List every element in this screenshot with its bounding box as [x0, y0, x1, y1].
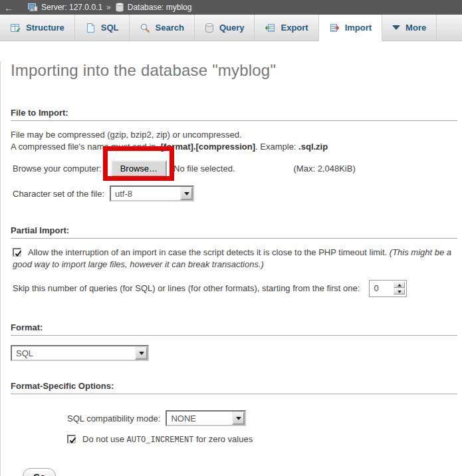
allow-interrupt-checkbox[interactable] [13, 248, 21, 257]
charset-selected-value: utf-8 [111, 187, 136, 200]
file-upload-row: Browse your computer: Browse… No file se… [13, 159, 462, 178]
go-button[interactable]: Go [23, 468, 56, 476]
skip-queries-row: Skip this number of queries (for SQL) or… [13, 279, 462, 297]
spinner-down-button[interactable] [394, 289, 405, 295]
section-heading-file-to-import: File to Import: [11, 108, 457, 121]
sql-page-icon [85, 23, 96, 33]
breadcrumb-bar: ← Server: 127.0.0.1 » Database: myblog [0, 0, 462, 15]
chevron-down-icon [392, 25, 400, 30]
tab-label: Import [345, 23, 372, 33]
breadcrumb-database-label: Database: myblog [128, 3, 192, 12]
back-arrow-icon[interactable]: ← [4, 3, 14, 13]
auto-increment-label-suffix: for zero values [193, 434, 253, 444]
max-upload-size: (Max: 2,048KiB) [294, 164, 356, 174]
allow-interrupt-row: Allow the interruption of an import in c… [13, 247, 452, 271]
section-heading-partial-import: Partial Import: [11, 225, 457, 239]
sql-compat-selected-value: NONE [167, 412, 200, 425]
tab-query[interactable]: Query [195, 15, 255, 41]
charset-label: Character set of the file: [13, 189, 104, 199]
section-heading-format: Format: [11, 322, 457, 336]
tab-more[interactable]: More [382, 15, 437, 41]
tab-export[interactable]: Export [255, 15, 318, 41]
server-icon [27, 2, 38, 13]
skip-queries-input[interactable]: 0 [369, 280, 407, 297]
spinner-up-button[interactable] [394, 282, 405, 288]
tab-search[interactable]: Search [130, 15, 195, 41]
export-arrow-icon [265, 23, 275, 33]
auto-increment-code: AUTO_INCREMENT [127, 435, 194, 445]
tab-label: Search [156, 23, 184, 33]
no-file-selected-text: No file selected. [173, 164, 235, 174]
database-icon [115, 2, 124, 13]
browse-button[interactable]: Browse… [111, 160, 167, 177]
format-selected-value: SQL [12, 346, 37, 360]
page-title: Importing into the database "myblog" [11, 61, 452, 80]
breadcrumb-server-label: Server: 127.0.0.1 [41, 3, 102, 12]
number-spinner [394, 282, 405, 295]
tab-label: SQL [101, 23, 119, 33]
dropdown-arrow-icon[interactable] [232, 412, 245, 425]
tab-sql[interactable]: SQL [75, 15, 130, 41]
structure-table-icon [10, 23, 21, 33]
import-arrow-icon [329, 23, 340, 33]
tab-label: Export [281, 23, 308, 33]
breadcrumb-server[interactable]: Server: 127.0.0.1 [27, 2, 102, 13]
format-select[interactable]: SQL [11, 345, 149, 361]
browse-label: Browse your computer: [13, 164, 102, 174]
search-magnifier-icon [140, 23, 150, 33]
sql-compat-select[interactable]: NONE [166, 410, 246, 426]
tab-structure[interactable]: Structure [0, 15, 75, 41]
skip-queries-label: Skip this number of queries (for SQL) or… [13, 283, 360, 293]
go-row: Go [23, 468, 462, 476]
section-heading-format-options: Format-Specific Options: [11, 381, 457, 394]
sql-compat-row: SQL compatibility mode: NONE [67, 410, 462, 427]
breadcrumb-database[interactable]: Database: myblog [115, 2, 192, 13]
charset-select[interactable]: utf-8 [110, 185, 194, 201]
query-database-icon [205, 23, 214, 33]
dropdown-arrow-icon[interactable] [135, 346, 148, 360]
tab-label: Query [219, 23, 245, 33]
tab-bar: Structure SQL Search Query [0, 15, 462, 41]
format-row: SQL [11, 345, 462, 361]
dropdown-arrow-icon[interactable] [180, 187, 193, 200]
charset-row: Character set of the file: utf-8 [13, 185, 462, 201]
auto-increment-row: Do not use AUTO_INCREMENT for zero value… [67, 433, 452, 446]
tab-import[interactable]: Import [319, 15, 382, 41]
auto-increment-label-prefix: Do not use [82, 434, 127, 444]
auto-increment-checkbox[interactable] [67, 435, 76, 443]
sql-compat-label: SQL compatibility mode: [67, 414, 160, 423]
breadcrumb-separator: » [106, 3, 111, 12]
tab-label: Structure [26, 23, 64, 33]
tab-label: More [405, 23, 426, 33]
allow-interrupt-label: Allow the interruption of an import in c… [28, 247, 390, 257]
file-import-description: File may be compressed (gzip, bzip2, zip… [11, 129, 452, 153]
skip-queries-value: 0 [371, 283, 394, 293]
import-page: Importing into the database "myblog" Fil… [0, 61, 462, 476]
